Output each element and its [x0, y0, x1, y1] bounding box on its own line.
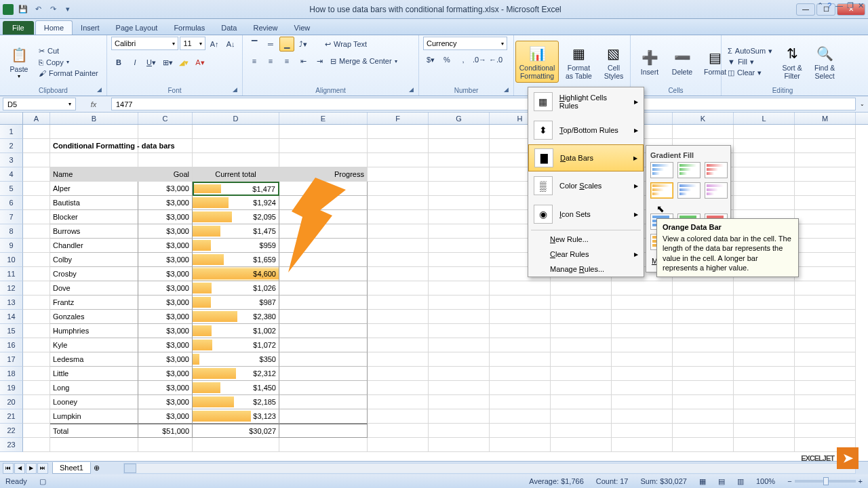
increase-indent-icon[interactable]: ⇥	[312, 54, 327, 68]
undo-icon[interactable]: ↶	[31, 3, 45, 16]
insert-cells-button[interactable]: ➕Insert	[635, 45, 665, 78]
cell[interactable]: $1,477	[193, 182, 279, 196]
row-header[interactable]: 13	[0, 296, 23, 310]
save-icon[interactable]: 💾	[16, 3, 30, 16]
cell[interactable]	[368, 239, 429, 253]
cell[interactable]	[734, 438, 795, 452]
zoom-slider[interactable]: −+	[787, 477, 863, 485]
cell[interactable]	[279, 153, 368, 167]
cell[interactable]	[612, 424, 673, 438]
fill-button[interactable]: ▼Fill▾	[726, 57, 774, 67]
cell[interactable]	[795, 424, 856, 438]
row-header[interactable]: 21	[0, 409, 23, 424]
underline-button[interactable]: U▾	[144, 55, 159, 70]
cell[interactable]	[279, 338, 368, 352]
number-format-combo[interactable]: Currency▾	[423, 37, 507, 50]
row-header[interactable]: 12	[0, 281, 23, 296]
cell[interactable]	[279, 296, 368, 310]
cell[interactable]	[734, 153, 795, 167]
select-all-button[interactable]	[0, 113, 23, 124]
cell[interactable]	[23, 324, 50, 338]
cell[interactable]	[551, 395, 612, 409]
row-header[interactable]: 2	[0, 139, 23, 153]
cell[interactable]: $3,000	[138, 367, 193, 381]
cell[interactable]	[368, 253, 429, 267]
cell[interactable]: $3,000	[138, 352, 193, 367]
cell[interactable]	[23, 338, 50, 352]
cell[interactable]	[734, 424, 795, 438]
cell[interactable]	[795, 224, 856, 239]
cell[interactable]	[673, 281, 734, 296]
cell[interactable]	[368, 182, 429, 196]
last-sheet-icon[interactable]: ⏭	[37, 463, 48, 474]
cell[interactable]	[490, 438, 551, 452]
cell[interactable]	[23, 267, 50, 281]
new-sheet-icon[interactable]: ⊕	[91, 464, 103, 472]
merge-center-button[interactable]: ⊟Merge & Center▾	[328, 54, 399, 68]
align-top-icon[interactable]: ▔	[247, 37, 262, 52]
cell[interactable]	[734, 367, 795, 381]
cell[interactable]	[23, 296, 50, 310]
cell[interactable]	[795, 338, 856, 352]
cell[interactable]	[734, 409, 795, 424]
gradient-databar-swatch[interactable]	[677, 162, 701, 178]
cell[interactable]	[23, 224, 50, 239]
cell[interactable]	[795, 153, 856, 167]
column-header[interactable]: E	[279, 113, 368, 124]
cell[interactable]: Bautista	[50, 196, 138, 210]
font-launcher-icon[interactable]: ◢	[233, 86, 241, 94]
cell[interactable]	[138, 438, 193, 452]
cell[interactable]: $3,000	[138, 239, 193, 253]
cell[interactable]	[795, 310, 856, 324]
cell[interactable]: $3,000	[138, 409, 193, 424]
cell[interactable]: $350	[193, 352, 279, 367]
cell[interactable]	[368, 367, 429, 381]
zoom-level[interactable]: 100%	[756, 477, 775, 485]
column-header[interactable]: C	[138, 113, 193, 124]
cell[interactable]	[795, 296, 856, 310]
font-color-button[interactable]: A▾	[193, 55, 208, 70]
cell[interactable]	[734, 167, 795, 182]
cell[interactable]	[429, 409, 490, 424]
cell[interactable]	[50, 153, 138, 167]
cell[interactable]	[429, 281, 490, 296]
cell[interactable]	[279, 324, 368, 338]
row-header[interactable]: 15	[0, 324, 23, 338]
row-header[interactable]: 7	[0, 210, 23, 224]
align-bottom-icon[interactable]: ▁	[279, 37, 294, 52]
view-layout-icon[interactable]: ▤	[718, 477, 725, 486]
cell[interactable]: $1,475	[193, 224, 279, 239]
cell[interactable]	[368, 281, 429, 296]
tab-page-layout[interactable]: Page Layout	[108, 21, 166, 35]
cell[interactable]	[490, 324, 551, 338]
cell[interactable]	[279, 196, 368, 210]
cell[interactable]	[551, 296, 612, 310]
workbook-restore-icon[interactable]: ❐	[847, 1, 854, 10]
increase-font-icon[interactable]: A↑	[207, 37, 222, 52]
row-header[interactable]: 11	[0, 267, 23, 281]
row-header[interactable]: 9	[0, 239, 23, 253]
cell[interactable]	[279, 139, 368, 153]
cell[interactable]	[551, 409, 612, 424]
cell[interactable]	[23, 167, 50, 182]
cell[interactable]: Dove	[50, 281, 138, 296]
cell[interactable]	[795, 167, 856, 182]
cell[interactable]: Current total	[193, 167, 279, 182]
cell[interactable]	[673, 324, 734, 338]
cell[interactable]	[612, 324, 673, 338]
cell[interactable]	[795, 352, 856, 367]
cell[interactable]	[368, 125, 429, 139]
cell[interactable]: Humphries	[50, 324, 138, 338]
row-header[interactable]: 8	[0, 224, 23, 239]
cell[interactable]	[734, 281, 795, 296]
cell[interactable]	[23, 367, 50, 381]
cell[interactable]	[368, 409, 429, 424]
tab-home[interactable]: Home	[35, 20, 73, 35]
cell[interactable]	[490, 381, 551, 395]
cell[interactable]: $3,000	[138, 281, 193, 296]
cell[interactable]	[490, 352, 551, 367]
cell[interactable]	[279, 281, 368, 296]
row-header[interactable]: 17	[0, 352, 23, 367]
cell[interactable]	[795, 196, 856, 210]
cell[interactable]: $1,072	[193, 338, 279, 352]
